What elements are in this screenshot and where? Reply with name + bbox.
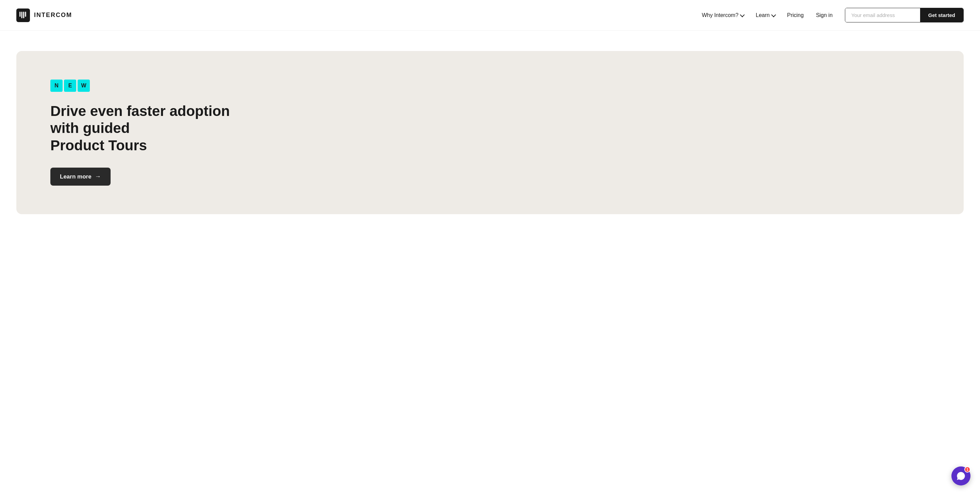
svg-rect-1 (21, 11, 22, 18)
chat-widget[interactable]: 1 (951, 466, 970, 485)
chevron-down-icon (740, 12, 745, 17)
get-started-button[interactable]: Get started (920, 8, 963, 22)
navbar: INTERCOM Why Intercom? Learn Pricing Sig… (0, 0, 980, 30)
nav-learn[interactable]: Learn (756, 12, 775, 18)
svg-rect-3 (25, 11, 26, 17)
svg-rect-2 (23, 11, 24, 18)
main-content: N E W Drive even faster adoption with gu… (0, 30, 980, 235)
learn-more-button[interactable]: Learn more → (50, 168, 111, 186)
logo-link[interactable]: INTERCOM (16, 8, 72, 22)
badge-letter-e: E (64, 79, 76, 92)
new-badge: N E W (50, 79, 930, 92)
intercom-logo-svg (19, 11, 27, 20)
navbar-cta-container: Get started (845, 8, 964, 22)
arrow-right-icon: → (95, 173, 101, 180)
chat-icon (956, 471, 966, 481)
chat-notification-badge: 1 (964, 466, 970, 473)
hero-heading-line1: Drive even faster adoption with guided (50, 103, 230, 136)
hero-heading-line2: Product Tours (50, 137, 147, 153)
hero-heading: Drive even faster adoption with guided P… (50, 103, 255, 154)
logo-text: INTERCOM (34, 11, 72, 19)
svg-rect-0 (19, 11, 21, 17)
nav-why-intercom[interactable]: Why Intercom? (702, 12, 743, 18)
chevron-down-icon (771, 12, 776, 17)
nav-links: Why Intercom? Learn Pricing Sign in (702, 12, 832, 18)
email-input[interactable] (845, 8, 920, 22)
badge-letter-w: W (78, 79, 90, 92)
nav-pricing[interactable]: Pricing (787, 12, 804, 18)
nav-sign-in[interactable]: Sign in (816, 12, 833, 18)
hero-banner: N E W Drive even faster adoption with gu… (16, 51, 964, 214)
logo-icon (16, 8, 30, 22)
badge-letter-n: N (50, 79, 63, 92)
learn-more-label: Learn more (60, 173, 92, 180)
